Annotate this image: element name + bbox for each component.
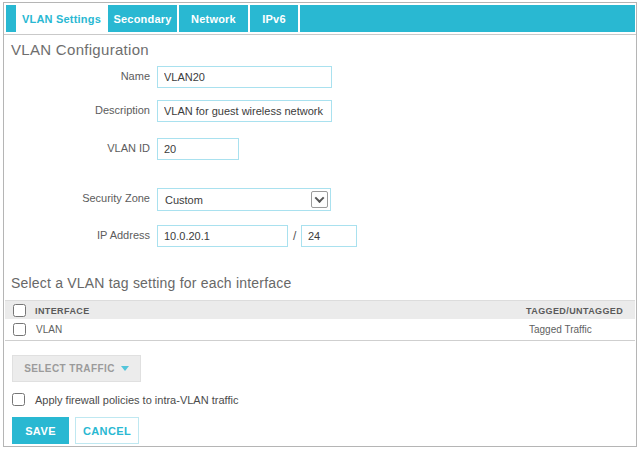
cell-tagged-setting: Tagged Traffic (529, 324, 592, 335)
tab-secondary[interactable]: Secondary (108, 5, 177, 32)
tabbar-filler (300, 5, 635, 32)
name-label: Name (10, 70, 150, 82)
tab-network-label: Network (191, 13, 236, 25)
interface-table-header: INTERFACE TAGGED/UNTAGGED (5, 300, 635, 319)
description-input[interactable] (157, 100, 332, 122)
chevron-down-icon (315, 193, 325, 203)
save-button[interactable]: SAVE (12, 417, 69, 444)
security-zone-value: Custom (165, 194, 203, 206)
tabbar-divider (4, 34, 636, 35)
cancel-button[interactable]: CANCEL (75, 417, 139, 444)
tab-vlan-settings-label: VLAN Settings (22, 13, 101, 25)
tab-network[interactable]: Network (179, 5, 248, 32)
select-dropdown-icon[interactable] (311, 191, 328, 208)
select-traffic-label: SELECT TRAFFIC (24, 363, 115, 374)
tab-vlan-settings[interactable]: VLAN Settings (17, 5, 106, 32)
select-all-checkbox[interactable] (13, 304, 26, 317)
ip-slash-separator: / (293, 229, 296, 243)
tabbar-lead-block (6, 5, 16, 32)
row-checkbox-vlan[interactable] (13, 323, 26, 336)
vlan-id-input[interactable] (157, 138, 239, 160)
vlan-id-label: VLAN ID (10, 142, 150, 154)
tab-bar: VLAN Settings Secondary Network IPv6 (6, 5, 635, 32)
ip-address-input[interactable] (157, 225, 288, 247)
page-title: VLAN Configuration (11, 41, 149, 58)
select-traffic-button[interactable]: SELECT TRAFFIC (12, 355, 141, 382)
apply-firewall-checkbox[interactable] (12, 393, 25, 406)
tab-secondary-label: Secondary (113, 13, 171, 25)
column-header-tagged-untagged: TAGGED/UNTAGGED (526, 306, 623, 316)
name-input[interactable] (157, 66, 332, 88)
description-label: Description (10, 104, 150, 116)
tab-ipv6[interactable]: IPv6 (250, 5, 298, 32)
ip-address-label: IP Address (10, 229, 150, 241)
cell-interface-name: VLAN (36, 324, 62, 335)
tab-ipv6-label: IPv6 (262, 13, 285, 25)
dropdown-caret-icon (121, 366, 129, 371)
column-header-interface: INTERFACE (35, 306, 90, 316)
table-row[interactable]: VLAN Tagged Traffic (5, 319, 635, 341)
prefix-length-input[interactable] (301, 225, 357, 247)
vlan-settings-page: VLAN Settings Secondary Network IPv6 VLA… (3, 2, 637, 447)
security-zone-select[interactable]: Custom (157, 188, 331, 211)
security-zone-label: Security Zone (10, 192, 150, 204)
apply-firewall-label: Apply firewall policies to intra-VLAN tr… (35, 394, 238, 406)
interface-section-title: Select a VLAN tag setting for each inter… (11, 275, 291, 291)
